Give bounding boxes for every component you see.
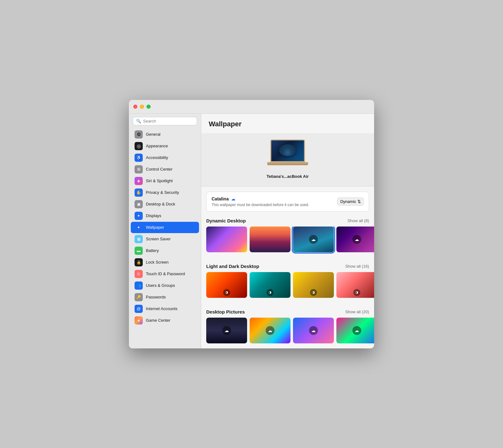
wallpaper-thumb-dp4[interactable]: ☁ [336, 318, 374, 343]
macbook-screen [270, 139, 305, 162]
sidebar-item-battery[interactable]: ▬ Battery [131, 245, 199, 256]
desktop-icon: ▣ [135, 200, 143, 208]
sidebar-item-desktop[interactable]: ▣ Desktop & Dock [131, 199, 199, 210]
passwords-icon: 🔑 [135, 293, 143, 301]
desktop-pictures-title: Desktop Pictures [206, 309, 245, 314]
sidebar-label-general: General [146, 132, 160, 137]
wallpaper-thumb-ld3[interactable]: ◑ [293, 272, 334, 298]
search-box[interactable]: 🔍 [133, 117, 197, 125]
light-dark-badge-ld2: ◑ [267, 289, 274, 296]
wallpaper-thumb-ld2[interactable]: ◑ [250, 272, 290, 298]
wallpaper-thumb-wd4[interactable]: ☁ [336, 227, 374, 252]
device-section: Tetiana's...acBook Air [201, 133, 374, 187]
siri-icon: ◈ [135, 177, 143, 185]
desktop-pictures-grid: ☁ ☁ ☁ ☁ [201, 318, 374, 348]
sidebar-item-screensaver[interactable]: ▦ Screen Saver [131, 233, 199, 245]
users-icon: 👥 [135, 281, 143, 290]
light-dark-badge-ld1: ◑ [223, 289, 230, 296]
download-badge-dp2: ☁ [266, 326, 274, 335]
sidebar-item-general[interactable]: ⚙ General [131, 129, 199, 140]
page-title: Wallpaper [201, 114, 374, 133]
sidebar-item-controlcenter[interactable]: ⊞ Control Center [131, 164, 199, 175]
sidebar-label-battery: Battery [146, 248, 159, 253]
sidebar-label-wallpaper: Wallpaper [146, 225, 164, 230]
wallpaper-thumb-dp1[interactable]: ☁ [206, 318, 247, 343]
sidebar-label-appearance: Appearance [146, 144, 168, 148]
lockscreen-icon: 🔒 [135, 258, 143, 266]
wallpaper-mode-label: Dynamic [340, 199, 356, 204]
light-dark-badge-ld3: ◑ [310, 289, 317, 296]
minimize-button[interactable] [140, 105, 144, 109]
displays-icon: ✦ [135, 212, 143, 220]
sidebar-label-screensaver: Screen Saver [146, 237, 171, 241]
desktop-pictures-header: Desktop Pictures Show all (20) [201, 303, 374, 318]
wallpaper-info-left: Catalina ☁ This wallpaper must be downlo… [212, 196, 309, 207]
download-badge-wd3: ☁ [309, 235, 318, 244]
sidebar-item-internet[interactable]: @ Internet Accounts [131, 303, 199, 314]
general-icon: ⚙ [135, 130, 143, 139]
sidebar-label-desktop: Desktop & Dock [146, 202, 175, 206]
sidebar-label-touchid: Touch ID & Password [146, 271, 185, 276]
lightdark-desktop-header: Light and Dark Desktop Show all (16) [201, 257, 374, 272]
lightdark-desktop-grid: ◑ ◑ ◑ ◑ ◑ [201, 272, 374, 303]
sidebar-item-lockscreen[interactable]: 🔒 Lock Screen [131, 257, 199, 268]
sidebar-item-users[interactable]: 👥 Users & Groups [131, 280, 199, 291]
wallpaper-mode-dropdown[interactable]: Dynamic ⇅ [337, 198, 364, 205]
sidebar-item-gamecenter[interactable]: ● Game Center [131, 315, 199, 326]
wallpaper-thumb-wd1[interactable] [206, 227, 247, 252]
sidebar-label-lockscreen: Lock Screen [146, 260, 169, 265]
touchid-icon: ◎ [135, 270, 143, 278]
sidebar-label-internet: Internet Accounts [146, 306, 177, 311]
wallpaper-info-card: Catalina ☁ This wallpaper must be downlo… [206, 192, 369, 212]
sidebar-label-siri: Siri & Spotlight [146, 178, 173, 183]
dynamic-desktop-title: Dynamic Desktop [206, 218, 246, 223]
appearance-icon: ◎ [135, 142, 143, 150]
battery-icon: ▬ [135, 247, 143, 255]
sidebar: 🔍 ⚙ General ◎ Appearance ♿ Accessibility… [129, 114, 201, 348]
wallpaper-thumb-dp3[interactable]: ☁ [293, 318, 334, 343]
sidebar-item-passwords[interactable]: 🔑 Passwords [131, 292, 199, 303]
sidebar-item-wallpaper[interactable]: ✦ Wallpaper [131, 222, 199, 233]
sidebar-label-displays: Displays [146, 213, 161, 218]
light-dark-badge-ld4: ◑ [353, 289, 360, 296]
sidebar-label-accessibility: Accessibility [146, 155, 168, 160]
sidebar-label-passwords: Passwords [146, 295, 166, 299]
screensaver-icon: ▦ [135, 235, 143, 243]
download-badge-wd4: ☁ [352, 235, 361, 244]
wallpaper-thumb-wd2[interactable] [250, 227, 290, 252]
download-badge-dp1: ☁ [222, 326, 231, 335]
lightdark-desktop-show-all[interactable]: Show all (16) [345, 264, 369, 269]
wallpaper-thumb-ld1[interactable]: ◑ [206, 272, 247, 298]
sidebar-item-privacy[interactable]: ✋ Privacy & Security [131, 187, 199, 198]
sidebar-item-touchid[interactable]: ◎ Touch ID & Password [131, 268, 199, 280]
sidebar-item-appearance[interactable]: ◎ Appearance [131, 140, 199, 152]
download-badge-dp3: ☁ [309, 326, 318, 335]
dynamic-desktop-header: Dynamic Desktop Show all (8) [201, 212, 374, 227]
sidebar-label-privacy: Privacy & Security [146, 190, 179, 195]
wallpaper-icon: ✦ [135, 223, 143, 232]
close-button[interactable] [133, 105, 137, 109]
accessibility-icon: ♿ [135, 154, 143, 162]
gamecenter-icon: ● [135, 316, 143, 325]
macbook-body [267, 162, 308, 165]
wallpaper-thumb-wd3[interactable]: ☁ [293, 227, 334, 252]
sidebar-item-siri[interactable]: ◈ Siri & Spotlight [131, 175, 199, 187]
internet-icon: @ [135, 305, 143, 313]
maximize-button[interactable] [146, 105, 151, 109]
download-badge-dp4: ☁ [352, 326, 361, 335]
dynamic-desktop-grid: ☁ ☁ [201, 227, 374, 257]
desktop-pictures-show-all[interactable]: Show all (20) [345, 309, 369, 314]
wallpaper-name: Catalina [212, 196, 229, 201]
cloud-download-icon[interactable]: ☁ [231, 196, 235, 201]
sidebar-label-users: Users & Groups [146, 283, 175, 288]
macbook-island [279, 144, 296, 156]
privacy-icon: ✋ [135, 188, 143, 197]
wallpaper-name-row: Catalina ☁ [212, 196, 309, 201]
sidebar-item-accessibility[interactable]: ♿ Accessibility [131, 152, 199, 163]
wallpaper-thumb-ld4[interactable]: ◑ [336, 272, 374, 298]
wallpaper-description: This wallpaper must be downloaded before… [212, 203, 309, 207]
wallpaper-thumb-dp2[interactable]: ☁ [250, 318, 290, 343]
sidebar-item-displays[interactable]: ✦ Displays [131, 210, 199, 221]
search-input[interactable] [143, 119, 194, 123]
dynamic-desktop-show-all[interactable]: Show all (8) [347, 218, 369, 223]
